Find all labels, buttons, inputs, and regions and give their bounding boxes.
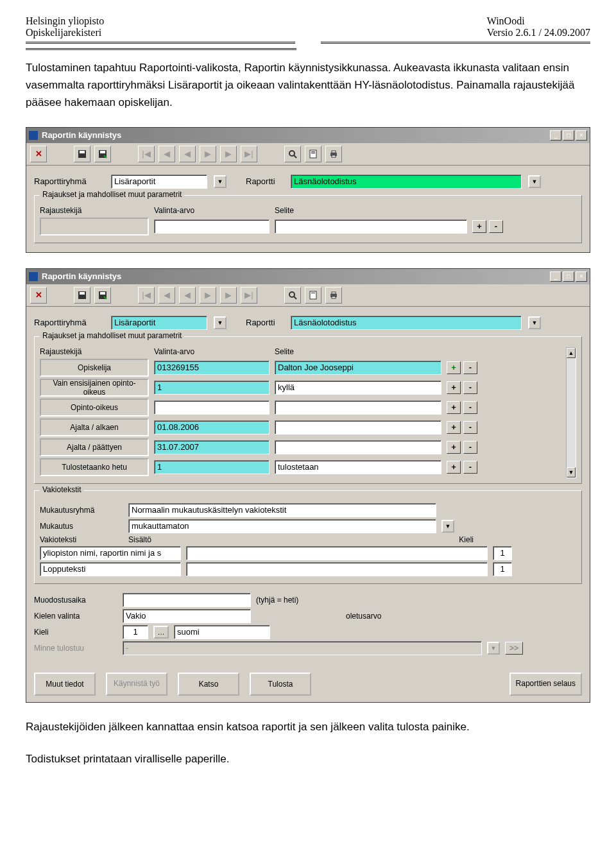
mukautusryhma-field[interactable]: Normaalin mukautuskäsittelyn vakioteksti… [128, 503, 436, 517]
valinta-input[interactable] [154, 219, 270, 234]
valinta-input[interactable]: 1 [154, 460, 270, 474]
mukautus-dropdown-button[interactable]: ▼ [441, 520, 454, 533]
search-icon[interactable] [284, 287, 301, 304]
selite-input[interactable] [275, 219, 467, 234]
valinta-input[interactable] [154, 400, 270, 415]
minus-button[interactable]: - [463, 361, 477, 374]
muodostusaika-field[interactable] [123, 593, 251, 607]
preview-icon[interactable] [305, 287, 321, 304]
minne-dropdown-button[interactable]: ▼ [487, 642, 500, 655]
nav-last-icon[interactable]: ▶| [241, 287, 257, 304]
minus-button[interactable]: - [463, 401, 477, 414]
nav-next2-icon[interactable]: ▶ [220, 146, 237, 162]
raportti-dropdown-button[interactable]: ▼ [528, 316, 541, 329]
katso-button[interactable]: Katso [178, 673, 239, 696]
vakioteksti-row2-name[interactable]: Lopputeksti [40, 562, 181, 576]
param-label[interactable] [40, 218, 149, 236]
nav-last-icon[interactable]: ▶| [241, 146, 257, 162]
param-label[interactable]: Ajalta / alkaen [40, 418, 149, 436]
minus-button[interactable]: - [463, 461, 477, 474]
valinta-input[interactable]: 013269155 [154, 361, 270, 375]
svg-rect-15 [100, 292, 105, 295]
minus-button[interactable]: - [463, 421, 477, 434]
svg-rect-1 [80, 151, 85, 153]
raporttiryhma-field[interactable]: Lisäraportit [111, 175, 207, 189]
print-icon[interactable] [325, 146, 342, 162]
close-button[interactable]: × [576, 271, 587, 282]
save-as-icon[interactable] [94, 146, 111, 162]
nav-first-icon[interactable]: |◀ [138, 146, 155, 162]
nav-prev2-icon[interactable]: ◀ [179, 146, 196, 162]
minus-button[interactable]: - [463, 381, 477, 394]
minne-go-button[interactable]: >> [505, 642, 523, 655]
maximize-button[interactable]: □ [563, 130, 574, 141]
scroll-up-icon[interactable]: ▲ [567, 348, 576, 358]
raportti-field[interactable]: Läsnäolotodistus [291, 316, 522, 330]
mukautus-field[interactable]: mukauttamaton [128, 519, 436, 533]
selite-input[interactable] [275, 420, 441, 434]
nav-next-icon[interactable]: ▶ [200, 287, 216, 304]
vakioteksti-row1-name[interactable]: yliopiston nimi, raportin nimi ja s [40, 546, 181, 560]
print-icon[interactable] [325, 287, 342, 304]
save-as-icon[interactable] [94, 287, 111, 304]
raporttiryhma-dropdown-button[interactable]: ▼ [214, 175, 227, 188]
plus-button[interactable]: + [447, 361, 461, 374]
raporttien-selaus-button[interactable]: Raporttien selaus [509, 673, 582, 696]
plus-button[interactable]: + [447, 401, 461, 414]
nav-next2-icon[interactable]: ▶ [220, 287, 237, 304]
vakioteksti-row1-kieli[interactable]: 1 [493, 546, 512, 560]
nav-prev-icon[interactable]: ◀ [158, 287, 175, 304]
plus-button[interactable]: + [472, 220, 486, 233]
kieli-num-field[interactable]: 1 [123, 625, 148, 639]
kieli-name-field[interactable]: suomi [174, 625, 270, 639]
raporttiryhma-field[interactable]: Lisäraportit [111, 316, 207, 330]
nav-first-icon[interactable]: |◀ [138, 287, 155, 304]
maximize-button[interactable]: □ [563, 271, 574, 282]
cancel-icon[interactable]: ✕ [30, 287, 47, 304]
vakioteksti-row1-content[interactable] [186, 546, 488, 560]
minimize-button[interactable]: _ [550, 271, 561, 282]
param-label[interactable]: Ajalta / päättyen [40, 438, 149, 456]
search-icon[interactable] [284, 146, 301, 162]
scroll-down-icon[interactable]: ▼ [567, 467, 576, 477]
selite-input[interactable] [275, 400, 441, 415]
selite-input[interactable]: kyllä [275, 381, 441, 395]
tulosta-button[interactable]: Tulosta [250, 673, 311, 696]
minus-button[interactable]: - [489, 220, 503, 233]
valinta-input[interactable]: 01.08.2006 [154, 420, 270, 434]
nav-next-icon[interactable]: ▶ [200, 146, 216, 162]
minne-field: - [123, 641, 482, 655]
kieli-browse-button[interactable]: … [153, 626, 169, 639]
nav-prev2-icon[interactable]: ◀ [179, 287, 196, 304]
plus-button[interactable]: + [447, 421, 461, 434]
save-icon[interactable] [74, 287, 90, 304]
param-label[interactable]: Opiskelija [40, 359, 149, 377]
valinta-input[interactable]: 1 [154, 381, 270, 395]
kaynnista-button[interactable]: Käynnistä työ [106, 673, 167, 696]
selite-input[interactable]: Dalton Joe Jooseppi [275, 361, 441, 375]
selite-input[interactable]: tulostetaan [275, 460, 441, 474]
param-label[interactable]: Tulostetaanko hetu [40, 458, 149, 476]
preview-icon[interactable] [305, 146, 321, 162]
minus-button[interactable]: - [463, 441, 477, 454]
muut-tiedot-button[interactable]: Muut tiedot [34, 673, 96, 696]
raporttiryhma-dropdown-button[interactable]: ▼ [214, 316, 227, 329]
save-icon[interactable] [74, 146, 90, 162]
vakioteksti-row2-kieli[interactable]: 1 [493, 562, 512, 576]
raportti-field[interactable]: Läsnäolotodistus [291, 175, 522, 189]
scrollbar[interactable]: ▲ ▼ [566, 347, 576, 478]
minimize-button[interactable]: _ [550, 130, 561, 141]
cancel-icon[interactable]: ✕ [30, 146, 47, 162]
nav-prev-icon[interactable]: ◀ [158, 146, 175, 162]
valinta-input[interactable]: 31.07.2007 [154, 440, 270, 454]
plus-button[interactable]: + [447, 381, 461, 394]
vakioteksti-row2-content[interactable] [186, 562, 488, 576]
close-button[interactable]: × [576, 130, 587, 141]
param-label[interactable]: Vain ensisijainen opinto-oikeus [40, 379, 149, 397]
selite-input[interactable] [275, 440, 441, 454]
plus-button[interactable]: + [447, 441, 461, 454]
kielenvalinta-field[interactable]: Vakio [123, 609, 251, 623]
raportti-dropdown-button[interactable]: ▼ [528, 175, 541, 188]
plus-button[interactable]: + [447, 461, 461, 474]
param-label[interactable]: Opinto-oikeus [40, 399, 149, 416]
